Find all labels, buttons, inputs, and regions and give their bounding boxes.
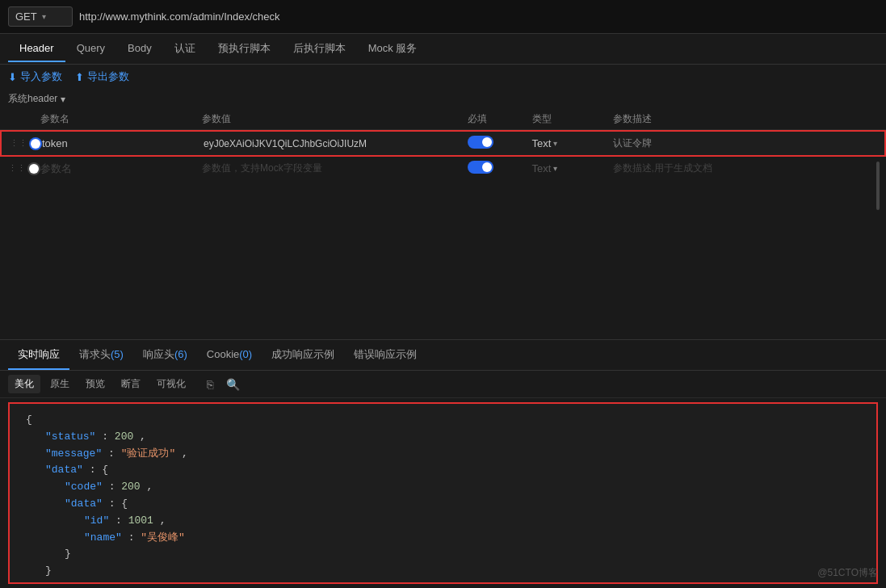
- format-bar: 美化 原生 预览 断言 可视化 ⎘ 🔍: [0, 371, 886, 398]
- method-label: GET: [15, 10, 37, 23]
- col-desc: 参数描述: [613, 112, 879, 126]
- tab-header[interactable]: Header: [8, 36, 65, 62]
- drag-handle: ⋮⋮: [10, 137, 42, 150]
- url-bar: GET ▾: [0, 0, 886, 34]
- json-key-id: "id": [84, 514, 109, 527]
- drag-handle-new: ⋮⋮: [8, 162, 40, 175]
- tab-body[interactable]: Body: [116, 36, 163, 62]
- bottom-area: 实时响应 请求头(5) 响应头(6) Cookie(0) 成功响应示例 错误响应…: [0, 339, 886, 588]
- param-desc-token[interactable]: 认证令牌: [613, 136, 877, 150]
- import-btn[interactable]: ⬇ 导入参数: [8, 69, 62, 84]
- json-key-status: "status": [45, 430, 95, 443]
- type-select-new[interactable]: Text ▾: [532, 162, 613, 174]
- tab-realtime[interactable]: 实时响应: [8, 341, 69, 370]
- tab-error-example[interactable]: 错误响应示例: [344, 341, 426, 370]
- tab-success-example[interactable]: 成功响应示例: [262, 341, 344, 370]
- col-type: 类型: [532, 112, 613, 126]
- params-row-new: ⋮⋮ 参数名 参数值，支持Mock字段变量 Text ▾ 参数描述,用于生成文档: [0, 157, 886, 180]
- chevron-icon: ▾: [42, 12, 46, 21]
- request-headers-label: 请求头: [79, 348, 111, 360]
- json-value-code: 200: [121, 481, 140, 493]
- tab-post-script[interactable]: 后执行脚本: [282, 35, 357, 64]
- required-toggle-new-on[interactable]: [468, 161, 493, 174]
- params-row-token: ⋮⋮ token eyJ0eXAiOiJKV1QiLCJhbGciOiJIUzM…: [0, 130, 886, 157]
- response-headers-label: 响应头: [143, 348, 174, 360]
- tab-cookie[interactable]: Cookie(0): [197, 342, 262, 368]
- json-key-code: "code": [65, 481, 103, 493]
- copy-icon[interactable]: ⎘: [202, 376, 218, 393]
- request-headers-badge: (5): [111, 348, 124, 360]
- type-chevron-icon: ▾: [553, 139, 557, 148]
- json-close-inner: }: [65, 548, 71, 560]
- method-select[interactable]: GET ▾: [8, 6, 73, 27]
- export-label: 导出参数: [87, 69, 129, 84]
- section-label-text: 系统header: [8, 92, 57, 106]
- json-close-root: }: [26, 582, 32, 584]
- cookie-label: Cookie: [207, 348, 239, 360]
- col-enable: [8, 112, 40, 126]
- col-value: 参数值: [202, 112, 468, 126]
- scrollbar[interactable]: [876, 162, 880, 210]
- json-close-data: }: [45, 565, 52, 577]
- import-label: 导入参数: [20, 69, 62, 84]
- toggle-token[interactable]: [29, 137, 42, 150]
- type-chevron-new-icon: ▾: [553, 164, 557, 173]
- watermark: @51CTO博客: [817, 566, 878, 580]
- url-input[interactable]: [79, 10, 878, 23]
- json-key-data-inner: "data": [65, 498, 103, 510]
- param-name-new[interactable]: 参数名: [40, 162, 202, 176]
- params-table-header: 参数名 参数值 必填 类型 参数描述: [0, 109, 886, 130]
- param-desc-new[interactable]: 参数描述,用于生成文档: [613, 162, 879, 175]
- tab-auth[interactable]: 认证: [163, 35, 207, 64]
- param-value-token[interactable]: eyJ0eXAiOiJKV1QiLCJhbGciOiJIUzM: [204, 138, 468, 149]
- col-required: 必填: [468, 112, 532, 126]
- format-preview[interactable]: 预览: [79, 375, 111, 393]
- export-btn[interactable]: ⬆ 导出参数: [75, 69, 129, 84]
- section-chevron-icon: ▾: [61, 94, 65, 105]
- action-bar: ⬇ 导入参数 ⬆ 导出参数: [0, 65, 886, 89]
- tab-pre-script[interactable]: 预执行脚本: [207, 35, 282, 64]
- response-tabs: 实时响应 请求头(5) 响应头(6) Cookie(0) 成功响应示例 错误响应…: [0, 340, 886, 371]
- col-name: 参数名: [40, 112, 202, 126]
- export-icon: ⬆: [75, 71, 84, 83]
- import-icon: ⬇: [8, 71, 17, 83]
- tab-response-headers[interactable]: 响应头(6): [133, 341, 197, 370]
- toggle-new[interactable]: [27, 162, 40, 175]
- format-assert[interactable]: 断言: [115, 375, 147, 393]
- response-headers-badge: (6): [174, 348, 187, 360]
- top-tabs: Header Query Body 认证 预执行脚本 后执行脚本 Mock 服务: [0, 34, 886, 65]
- format-beautify[interactable]: 美化: [8, 375, 40, 393]
- search-icon[interactable]: 🔍: [221, 376, 245, 393]
- json-key-data: "data": [45, 464, 83, 476]
- param-name-token[interactable]: token: [42, 137, 204, 149]
- json-key-message: "message": [45, 447, 102, 460]
- json-value-id: 1001: [128, 514, 153, 527]
- tab-query[interactable]: Query: [65, 36, 116, 62]
- param-value-new[interactable]: 参数值，支持Mock字段变量: [202, 162, 468, 175]
- format-visualize[interactable]: 可视化: [150, 375, 192, 393]
- required-toggle-on[interactable]: [468, 136, 493, 149]
- json-value-status: 200: [115, 430, 133, 443]
- json-value-name: "吴俊峰": [141, 531, 185, 544]
- section-header-label: 系统header ▾: [0, 89, 886, 109]
- format-raw[interactable]: 原生: [44, 375, 76, 393]
- type-label-token: Text: [532, 137, 552, 149]
- cookie-badge: (0): [239, 348, 252, 360]
- json-key-name: "name": [84, 531, 122, 544]
- required-toggle-new[interactable]: [468, 161, 532, 176]
- tab-mock[interactable]: Mock 服务: [357, 35, 429, 64]
- type-label-new: Text: [532, 162, 552, 174]
- type-select-token[interactable]: Text ▾: [532, 137, 613, 149]
- tab-request-headers[interactable]: 请求头(5): [69, 341, 133, 370]
- required-toggle-token[interactable]: [468, 136, 532, 151]
- json-response-content: { "status" : 200 , "message" : "验证成功" , …: [8, 402, 878, 584]
- json-value-message: "验证成功": [121, 447, 176, 460]
- json-open-brace: {: [26, 414, 32, 426]
